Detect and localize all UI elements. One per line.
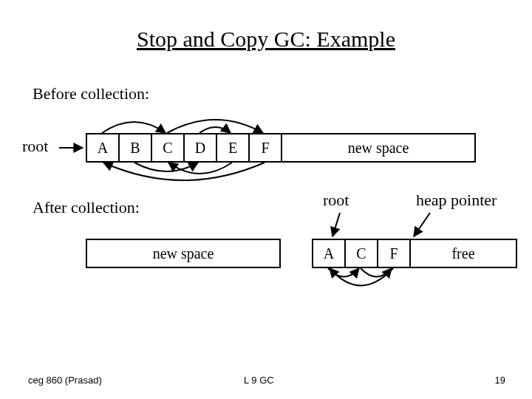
cell-C: C — [152, 134, 185, 161]
cell2-F: F — [378, 240, 411, 267]
free-label: free — [411, 240, 516, 267]
svg-line-1 — [332, 213, 340, 236]
root-label-after: root — [323, 191, 349, 210]
heap-after-right: A C F free — [312, 239, 517, 268]
cell2-C: C — [346, 240, 378, 267]
cell-B: B — [120, 134, 152, 161]
cell2-A: A — [313, 240, 346, 267]
footer-mid: L 9 GC — [244, 375, 274, 386]
heap-before: A B C D E F new space — [86, 133, 476, 163]
heap-after-left: new space — [86, 239, 281, 268]
cell-D: D — [185, 134, 217, 161]
heap-pointer-label: heap pointer — [416, 191, 497, 210]
new-space-after: new space — [87, 240, 279, 267]
svg-line-2 — [414, 213, 430, 236]
before-collection-label: Before collection: — [33, 84, 149, 103]
footer-right: 19 — [495, 375, 505, 386]
new-space-before: new space — [282, 134, 474, 161]
cell-A: A — [87, 134, 120, 161]
cell-E: E — [217, 134, 250, 161]
slide-title: Stop and Copy GC: Example — [0, 27, 532, 52]
after-collection-label: After collection: — [33, 198, 140, 217]
cell-F: F — [250, 134, 282, 161]
root-label-before: root — [22, 137, 48, 156]
footer-left: ceg 860 (Prasad) — [28, 375, 102, 386]
